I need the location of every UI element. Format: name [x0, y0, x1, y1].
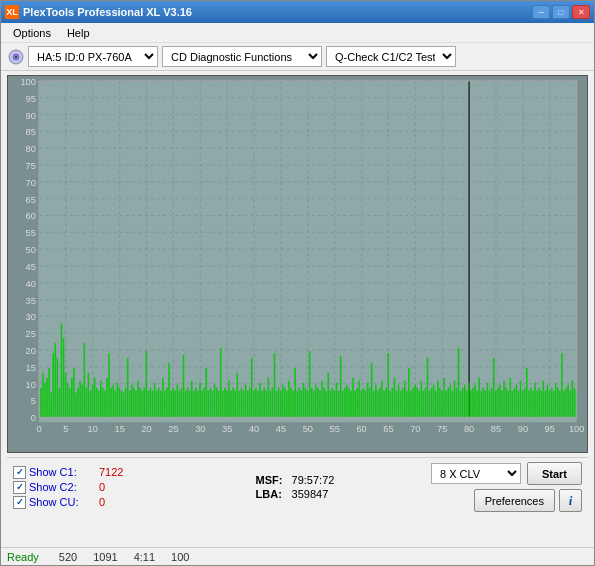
- preferences-button[interactable]: Preferences: [474, 489, 555, 512]
- svg-rect-138: [139, 388, 141, 418]
- svg-rect-116: [94, 378, 96, 418]
- svg-rect-180: [226, 391, 228, 418]
- speed-select[interactable]: 8 X CLV4 X CLV16 X CLV24 X CLVMax: [431, 463, 521, 484]
- svg-rect-224: [317, 388, 319, 418]
- svg-rect-320: [516, 385, 518, 418]
- svg-rect-184: [234, 391, 236, 418]
- svg-rect-252: [375, 385, 377, 418]
- svg-rect-158: [181, 388, 183, 418]
- c2-checkbox-group: Show C2:: [13, 481, 93, 494]
- svg-rect-141: [146, 351, 148, 417]
- svg-rect-285: [443, 378, 445, 418]
- svg-rect-336: [549, 391, 551, 418]
- svg-rect-325: [526, 368, 528, 417]
- show-cu-checkbox[interactable]: [13, 496, 26, 509]
- test-select[interactable]: Q-Check C1/C2 Test: [326, 46, 456, 67]
- svg-rect-173: [212, 391, 214, 418]
- svg-rect-346: [569, 391, 571, 418]
- minimize-button[interactable]: ─: [532, 5, 550, 19]
- svg-rect-231: [332, 388, 334, 418]
- svg-rect-267: [406, 391, 408, 418]
- svg-rect-113: [88, 373, 90, 418]
- svg-text:15: 15: [114, 424, 124, 434]
- svg-text:65: 65: [383, 424, 393, 434]
- svg-rect-235: [340, 356, 342, 417]
- svg-rect-307: [489, 391, 491, 418]
- svg-rect-4: [39, 81, 577, 422]
- svg-rect-124: [110, 388, 112, 418]
- show-c1-checkbox[interactable]: [13, 466, 26, 479]
- svg-rect-94: [48, 368, 50, 417]
- svg-rect-114: [90, 391, 92, 418]
- svg-text:45: 45: [276, 424, 286, 434]
- svg-rect-104: [69, 388, 71, 418]
- svg-rect-192: [251, 358, 253, 417]
- menu-help[interactable]: Help: [59, 25, 98, 41]
- svg-rect-127: [117, 383, 119, 418]
- svg-rect-142: [148, 391, 150, 418]
- svg-rect-327: [530, 388, 532, 418]
- drive-select[interactable]: HA:5 ID:0 PX-760A: [28, 46, 158, 67]
- svg-text:5: 5: [31, 397, 36, 407]
- svg-rect-338: [553, 391, 555, 418]
- c1-row: Show C1: 7122: [13, 466, 139, 479]
- svg-rect-268: [408, 368, 410, 417]
- msf-row: MSF: 79:57:72: [256, 474, 335, 486]
- show-c2-checkbox[interactable]: [13, 481, 26, 494]
- svg-rect-248: [367, 383, 369, 418]
- function-select[interactable]: CD Diagnostic Functions: [162, 46, 322, 67]
- svg-rect-216: [301, 391, 303, 418]
- svg-text:80: 80: [26, 144, 36, 154]
- svg-rect-149: [162, 378, 164, 418]
- c2-value: 0: [99, 481, 139, 493]
- svg-text:25: 25: [168, 424, 178, 434]
- status-text: Ready: [7, 551, 39, 563]
- svg-rect-201: [270, 391, 272, 418]
- title-bar: XL PlexTools Professional XL V3.16 ─ □ ✕: [1, 1, 594, 23]
- svg-rect-297: [468, 383, 470, 418]
- c1-label: Show C1:: [29, 466, 84, 478]
- svg-text:55: 55: [330, 424, 340, 434]
- maximize-button[interactable]: □: [552, 5, 570, 19]
- svg-rect-95: [50, 393, 52, 418]
- svg-rect-165: [195, 388, 197, 418]
- status-num-2: 1091: [93, 551, 117, 563]
- close-button[interactable]: ✕: [572, 5, 590, 19]
- svg-rect-90: [40, 388, 42, 418]
- svg-rect-144: [152, 391, 154, 418]
- svg-rect-160: [185, 391, 187, 418]
- svg-rect-171: [208, 391, 210, 418]
- start-button[interactable]: Start: [527, 462, 582, 485]
- svg-rect-282: [437, 381, 439, 418]
- svg-rect-236: [342, 391, 344, 418]
- svg-rect-112: [86, 388, 88, 418]
- svg-rect-178: [222, 391, 224, 418]
- svg-rect-167: [199, 383, 201, 418]
- status-numbers: 520 1091 4:11 100: [59, 551, 190, 563]
- svg-rect-92: [44, 383, 46, 418]
- svg-rect-301: [476, 391, 478, 418]
- svg-rect-125: [112, 385, 114, 418]
- svg-rect-321: [518, 391, 520, 418]
- svg-rect-258: [387, 353, 389, 417]
- svg-rect-110: [81, 385, 83, 418]
- svg-rect-198: [263, 388, 265, 418]
- title-bar-left: XL PlexTools Professional XL V3.16: [5, 5, 192, 19]
- svg-rect-196: [259, 383, 261, 418]
- svg-rect-342: [561, 353, 563, 417]
- svg-rect-313: [501, 391, 503, 418]
- svg-rect-311: [497, 388, 499, 418]
- svg-text:5: 5: [63, 424, 68, 434]
- svg-text:50: 50: [303, 424, 313, 434]
- svg-rect-132: [127, 358, 129, 417]
- svg-rect-344: [565, 388, 567, 418]
- svg-rect-283: [439, 388, 441, 418]
- svg-rect-233: [336, 383, 338, 418]
- svg-point-2: [15, 56, 17, 58]
- menu-options[interactable]: Options: [5, 25, 59, 41]
- info-button[interactable]: i: [559, 489, 582, 512]
- svg-rect-222: [313, 391, 315, 418]
- main-content: 100 95 90 85 80 75 70 65 60 55 50 45 40 …: [1, 71, 594, 547]
- svg-rect-190: [247, 391, 249, 418]
- svg-rect-214: [296, 391, 298, 418]
